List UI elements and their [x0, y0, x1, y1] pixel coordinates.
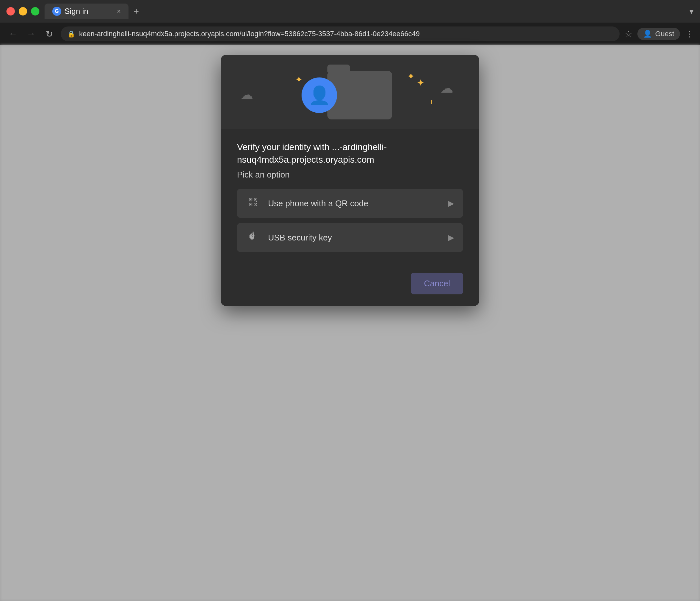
url-display: keen-ardinghelli-nsuq4mdx5a.projects.ory… — [79, 30, 420, 38]
qr-code-icon — [246, 197, 260, 210]
qr-code-label: Use phone with a QR code — [268, 199, 441, 209]
tab-title: Sign in — [65, 7, 88, 16]
cloud-right-icon: ☁ — [441, 81, 453, 96]
close-button[interactable] — [6, 7, 15, 16]
sparkle-icon-2: ✦ — [407, 71, 415, 82]
option-qr-code[interactable]: Use phone with a QR code ▶ — [237, 189, 463, 218]
maximize-button[interactable] — [31, 7, 40, 16]
chevron-down-icon[interactable]: ▾ — [689, 6, 694, 17]
guest-label: Guest — [655, 30, 674, 38]
cancel-button[interactable]: Cancel — [411, 273, 463, 294]
tab-close-button[interactable]: × — [117, 8, 121, 15]
folder-icon — [327, 71, 392, 120]
title-bar: G Sign in × + ▾ — [0, 0, 700, 23]
reload-button[interactable]: ↻ — [43, 29, 55, 40]
tab-bar: G Sign in × + — [45, 4, 684, 19]
usb-icon — [246, 231, 260, 244]
cloud-left-icon: ☁ — [240, 87, 253, 102]
identity-modal: ☁ ☁ ✦ ✦ ✦ + 👤 — [221, 55, 479, 306]
folder-container: 👤 — [308, 71, 392, 120]
browser-extras: ▾ — [689, 6, 694, 17]
verify-title: Verify your identity with ...-ardinghell… — [237, 141, 463, 166]
usb-key-arrow-icon: ▶ — [448, 233, 454, 242]
address-bar[interactable]: 🔒 keen-ardinghelli-nsuq4mdx5a.projects.o… — [61, 26, 620, 41]
option-usb-key[interactable]: USB security key ▶ — [237, 223, 463, 252]
traffic-lights — [6, 7, 40, 16]
sparkle-icon-1: ✦ — [295, 74, 303, 85]
qr-code-arrow-icon: ▶ — [448, 199, 454, 208]
modal-illustration: ☁ ☁ ✦ ✦ ✦ + 👤 — [221, 55, 479, 129]
minimize-button[interactable] — [19, 7, 27, 16]
modal-overlay: ☁ ☁ ✦ ✦ ✦ + 👤 — [0, 45, 700, 601]
pick-option-label: Pick an option — [237, 170, 463, 180]
forward-button[interactable]: → — [25, 29, 38, 39]
sparkle-icon-3: ✦ — [417, 77, 424, 88]
menu-icon[interactable]: ⋮ — [685, 29, 694, 39]
user-icon: 👤 — [308, 85, 331, 106]
nav-right-controls: ☆ 👤 Guest ⋮ — [625, 28, 694, 40]
usb-key-label: USB security key — [268, 233, 441, 243]
back-button[interactable]: ← — [6, 29, 19, 39]
avatar: 👤 — [302, 77, 337, 113]
tab-favicon: G — [52, 7, 61, 16]
page-content: Continue Don't have an account? Sign up … — [0, 45, 700, 601]
new-tab-button[interactable]: + — [131, 4, 142, 19]
bookmark-icon[interactable]: ☆ — [625, 29, 632, 39]
modal-footer: Cancel — [221, 270, 479, 306]
nav-bar: ← → ↻ 🔒 keen-ardinghelli-nsuq4mdx5a.proj… — [0, 23, 700, 45]
browser-frame: G Sign in × + ▾ ← → ↻ 🔒 keen-ardinghelli… — [0, 0, 700, 601]
lock-icon: 🔒 — [67, 30, 75, 38]
modal-body: Verify your identity with ...-ardinghell… — [221, 129, 479, 270]
profile-icon: 👤 — [643, 30, 652, 38]
guest-profile[interactable]: 👤 Guest — [638, 28, 680, 40]
sparkle-icon-4: + — [429, 97, 434, 107]
active-tab[interactable]: G Sign in × — [45, 4, 128, 19]
